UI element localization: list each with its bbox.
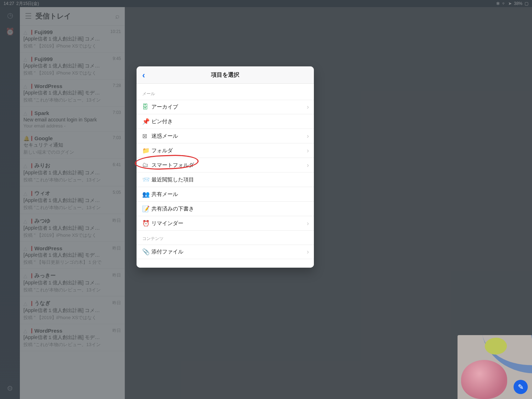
row-label: 最近閲覧した項目 xyxy=(151,176,194,183)
row-icon: 📨 xyxy=(142,176,151,184)
modal-row-共有メール[interactable]: 👥共有メール xyxy=(137,187,314,202)
modal-title: 項目を選択 xyxy=(211,71,239,79)
chevron-right-icon: › xyxy=(307,103,309,111)
modal-row-スマートフォルダ[interactable]: 🗂スマートフォルダ› xyxy=(137,158,314,173)
chevron-right-icon: › xyxy=(307,147,309,154)
row-label: 添付ファイル xyxy=(151,248,183,255)
modal-row-フォルダ[interactable]: 📁フォルダ› xyxy=(137,143,314,158)
row-icon: 📁 xyxy=(142,147,151,154)
chevron-right-icon: › xyxy=(307,248,309,256)
modal-body: メール 🗄アーカイブ›📌ピン付き⊠迷惑メール›📁フォルダ›🗂スマートフォルダ›📨… xyxy=(137,84,314,268)
row-label: 迷惑メール xyxy=(151,133,178,140)
row-label: 共有済みの下書き xyxy=(151,206,194,212)
modal-row-共有済みの下書き[interactable]: 📝共有済みの下書き xyxy=(137,202,314,216)
row-label: ピン付き xyxy=(151,118,173,125)
modal-row-アーカイブ[interactable]: 🗄アーカイブ› xyxy=(137,100,314,114)
row-icon: 👥 xyxy=(142,191,151,198)
row-label: スマートフォルダ xyxy=(151,162,194,169)
row-icon: 📝 xyxy=(142,205,151,213)
row-icon: ⊠ xyxy=(142,132,151,140)
row-icon: 📎 xyxy=(142,248,151,256)
row-label: フォルダ xyxy=(151,147,173,154)
row-icon: 🗄 xyxy=(142,104,151,111)
back-button[interactable]: ‹ xyxy=(140,66,147,84)
modal-row-迷惑メール[interactable]: ⊠迷惑メール› xyxy=(137,129,314,143)
chevron-right-icon: › xyxy=(307,132,309,140)
chevron-left-icon: ‹ xyxy=(142,70,145,80)
modal-row-ピン付き[interactable]: 📌ピン付き xyxy=(137,114,314,129)
row-label: 共有メール xyxy=(151,191,178,198)
row-icon: 🗂 xyxy=(142,162,151,169)
chevron-right-icon: › xyxy=(307,220,309,227)
section-mail-label: メール xyxy=(137,86,314,100)
modal-row-添付ファイル[interactable]: 📎添付ファイル› xyxy=(137,245,314,259)
chevron-right-icon: › xyxy=(307,162,309,169)
row-label: リマインダー xyxy=(151,220,183,227)
row-icon: ⏰ xyxy=(142,220,151,227)
section-content-label: コンテンツ xyxy=(137,231,314,245)
row-label: アーカイブ xyxy=(151,104,178,110)
row-icon: 📌 xyxy=(142,118,151,125)
modal-row-リマインダー[interactable]: ⏰リマインダー› xyxy=(137,216,314,231)
modal-header: ‹ 項目を選択 xyxy=(137,66,314,84)
modal-row-最近閲覧した項目[interactable]: 📨最近閲覧した項目 xyxy=(137,173,314,187)
select-item-modal: ‹ 項目を選択 メール 🗄アーカイブ›📌ピン付き⊠迷惑メール›📁フォルダ›🗂スマ… xyxy=(137,66,314,268)
